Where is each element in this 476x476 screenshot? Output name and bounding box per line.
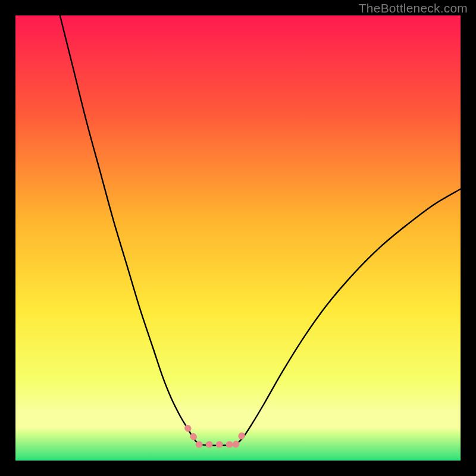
gradient-plot [15,15,461,461]
watermark-text: TheBottleneck.com [359,1,468,15]
gradient-rect [15,15,461,461]
plot-svg [15,15,461,461]
outer-frame: TheBottleneck.com [0,0,476,476]
